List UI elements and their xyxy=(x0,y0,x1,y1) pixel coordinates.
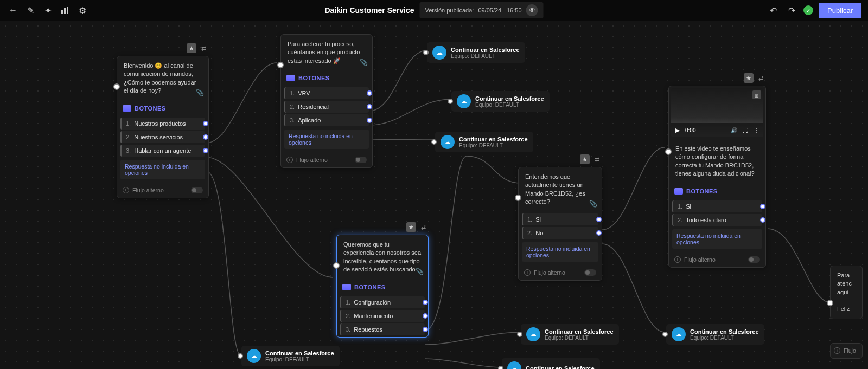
node-message[interactable]: En este video te enseñamos cómo configur… xyxy=(669,139,765,184)
input-port[interactable] xyxy=(517,332,522,337)
node-message[interactable]: Para acelerar tu proceso, cuéntanos en q… xyxy=(281,35,372,70)
status-ok-icon: ✓ xyxy=(803,5,813,15)
output-port[interactable] xyxy=(367,104,372,109)
node-confirm[interactable]: ★⇄ Entendemos que actualmente tienes un … xyxy=(518,167,602,281)
option-row[interactable]: 2.Residencial xyxy=(284,101,369,113)
info-icon[interactable]: i xyxy=(286,157,293,163)
input-port[interactable] xyxy=(423,50,429,55)
star-icon[interactable]: ★ xyxy=(744,73,754,83)
video-preview[interactable]: 🗑 ▶ 0:00 🔊 ⛶ ⋮ xyxy=(671,88,763,137)
salesforce-node[interactable]: ☁Continuar en SalesforceEquipo: DEFAULT xyxy=(241,346,340,366)
input-port[interactable] xyxy=(238,353,243,359)
publish-button[interactable]: Publicar xyxy=(819,3,861,18)
gear-icon[interactable]: ⚙ xyxy=(76,4,89,17)
version-pill[interactable]: Versión publicada: 09/05/24 - 16:50 👁 xyxy=(419,2,543,18)
option-row[interactable]: 1.Nuestros productos xyxy=(120,118,205,130)
attach-icon[interactable]: 📎 xyxy=(416,267,424,276)
option-row[interactable]: 2.Mantenimiento xyxy=(340,310,425,322)
node-message[interactable]: Queremos que tu experiencia con nosotros… xyxy=(337,235,428,280)
alt-flow-toggle[interactable] xyxy=(584,269,596,276)
node-products[interactable]: Para acelerar tu proceso, cuéntanos en q… xyxy=(280,34,373,168)
shuffle-icon[interactable]: ⇄ xyxy=(199,43,208,53)
node-partial[interactable]: Para atenc aquí Feliz xyxy=(830,266,863,319)
node-message[interactable]: Entendemos que actualmente tienes un Man… xyxy=(519,167,602,212)
input-port[interactable] xyxy=(827,300,833,306)
star-icon[interactable]: ★ xyxy=(580,154,590,164)
input-port[interactable] xyxy=(431,139,437,145)
option-row[interactable]: 2.Nuestros servicios xyxy=(120,131,205,143)
node-video[interactable]: ★⇄ 🗑 ▶ 0:00 🔊 ⛶ ⋮ En este video te enseñ… xyxy=(668,86,766,268)
output-port[interactable] xyxy=(203,121,208,126)
option-row[interactable]: 1.Si xyxy=(522,213,598,225)
alt-flow-toggle[interactable] xyxy=(748,256,760,263)
option-row[interactable]: 3.Aplicado xyxy=(284,114,369,126)
shuffle-icon[interactable]: ⇄ xyxy=(756,73,765,83)
option-row[interactable]: 1.VRV xyxy=(284,87,369,99)
edit-icon[interactable]: ✎ xyxy=(24,4,37,17)
salesforce-node[interactable]: ☁Continuar en SalesforceEquipo: DEFAULT xyxy=(435,132,533,152)
info-icon[interactable]: i xyxy=(834,347,840,354)
info-icon[interactable]: i xyxy=(674,256,681,263)
output-port[interactable] xyxy=(760,204,765,209)
option-row[interactable]: 3.Hablar con un agente xyxy=(120,145,205,157)
more-icon[interactable]: ⋮ xyxy=(754,127,759,133)
fallback-option[interactable]: Respuesta no incluida en opciones xyxy=(522,242,598,262)
salesforce-node[interactable]: ☁Continuar en SalesforceEquipo: DEFAULT xyxy=(521,324,619,345)
option-row[interactable]: 1.Si xyxy=(672,200,762,212)
info-icon[interactable]: i xyxy=(123,187,129,193)
shuffle-icon[interactable]: ⇄ xyxy=(418,222,428,232)
fallback-option[interactable]: Respuesta no incluida en opciones xyxy=(672,229,762,249)
fallback-option[interactable]: Respuesta no incluida en opciones xyxy=(120,160,205,179)
input-port[interactable] xyxy=(662,332,668,337)
delete-video-icon[interactable]: 🗑 xyxy=(752,90,761,99)
output-port[interactable] xyxy=(367,90,372,96)
option-row[interactable]: 1.Configuración xyxy=(340,296,425,308)
salesforce-node[interactable]: ☁Continuar en SalesforceEquipo: DEFAULT xyxy=(451,91,550,112)
salesforce-node[interactable]: ☁Continuar en Salesforce xyxy=(502,358,600,369)
attach-icon[interactable]: 📎 xyxy=(196,88,204,98)
node-welcome[interactable]: ★⇄ Bienvenido 😊 al canal de comunicación… xyxy=(117,56,209,198)
node-message[interactable]: Bienvenido 😊 al canal de comunicación de… xyxy=(117,56,208,101)
stats-icon[interactable] xyxy=(59,4,72,17)
redo-icon[interactable]: ↷ xyxy=(785,4,798,17)
option-row[interactable]: 2.No xyxy=(522,227,598,239)
star-icon[interactable]: ★ xyxy=(406,222,416,232)
output-port[interactable] xyxy=(367,118,372,123)
output-port[interactable] xyxy=(596,230,602,236)
salesforce-node[interactable]: ☁Continuar en SalesforceEquipo: DEFAULT xyxy=(666,324,764,345)
shuffle-icon[interactable]: ⇄ xyxy=(592,154,602,164)
salesforce-node[interactable]: ☁Continuar en SalesforceEquipo: DEFAULT xyxy=(427,42,525,63)
output-port[interactable] xyxy=(203,148,208,153)
fullscreen-icon[interactable]: ⛶ xyxy=(743,127,748,133)
back-icon[interactable]: ← xyxy=(7,4,20,17)
fallback-option[interactable]: Respuesta no incluida en opciones xyxy=(284,130,369,149)
flow-canvas[interactable]: ★⇄ Bienvenido 😊 al canal de comunicación… xyxy=(0,21,868,369)
output-port[interactable] xyxy=(423,300,428,305)
star-icon[interactable]: ★ xyxy=(187,43,196,53)
option-row[interactable]: 2.Todo esta claro xyxy=(672,214,762,226)
input-port[interactable] xyxy=(448,99,453,104)
play-icon[interactable]: ▶ xyxy=(675,127,680,134)
node-services[interactable]: ★⇄ Queremos que tu experiencia con nosot… xyxy=(336,235,429,338)
option-row[interactable]: 3.Repuestos xyxy=(340,323,425,335)
buttons-icon xyxy=(123,105,131,112)
video-controls[interactable]: ▶ 0:00 🔊 ⛶ ⋮ xyxy=(671,123,763,137)
undo-icon[interactable]: ↶ xyxy=(767,4,780,17)
alt-flow-toggle[interactable] xyxy=(355,157,367,163)
info-icon[interactable]: i xyxy=(524,269,531,276)
output-port[interactable] xyxy=(423,327,428,332)
alt-flow-toggle[interactable] xyxy=(191,187,203,193)
attach-icon[interactable]: 📎 xyxy=(589,199,597,209)
input-port[interactable] xyxy=(498,366,503,369)
version-label: Versión publicada: xyxy=(425,7,474,14)
output-port[interactable] xyxy=(760,217,765,223)
buttons-section: BOTONES xyxy=(337,280,428,295)
puzzle-icon[interactable]: ✦ xyxy=(41,4,54,17)
preview-eye-icon[interactable]: 👁 xyxy=(526,4,538,16)
attach-icon[interactable]: 📎 xyxy=(360,58,368,67)
output-port[interactable] xyxy=(203,134,208,140)
salesforce-icon: ☁ xyxy=(247,349,261,363)
output-port[interactable] xyxy=(423,313,428,319)
output-port[interactable] xyxy=(596,217,602,222)
volume-icon[interactable]: 🔊 xyxy=(731,127,737,133)
